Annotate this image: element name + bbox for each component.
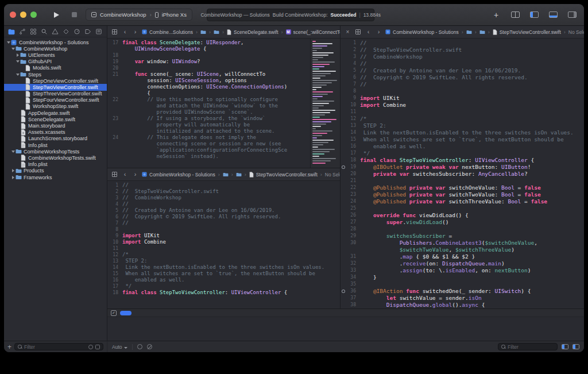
breadcrumb-item[interactable]: Combine...Solutions xyxy=(142,29,193,35)
forward-button[interactable]: › xyxy=(131,171,139,178)
clear-console-icon[interactable] xyxy=(147,344,152,349)
breadcrumb-item[interactable] xyxy=(466,30,472,34)
breadcrumb-item[interactable]: Mscene(_:willConnectTo:options:) xyxy=(286,29,340,35)
disclosure-triangle[interactable] xyxy=(11,48,15,50)
tree-item-main-storyboard[interactable]: Main.storyboard xyxy=(4,122,107,129)
breadcrumb-item[interactable]: CombineWorkshop - Solutions xyxy=(142,172,215,178)
close-button[interactable] xyxy=(10,11,16,18)
tree-item-combineworkshop[interactable]: CombineWorkshop xyxy=(4,45,107,52)
breadcrumb-item[interactable]: SceneDelegate.swift xyxy=(227,29,278,35)
code-line: 35 xyxy=(341,281,584,288)
symbol-navigator-icon[interactable] xyxy=(29,27,37,36)
tree-item-launchscreen-storyboard[interactable]: LaunchScreen.storyboard xyxy=(4,136,107,142)
disclosure-triangle[interactable] xyxy=(11,169,15,172)
find-navigator-icon[interactable] xyxy=(40,27,48,36)
tree-item-steponeviewcontroller-swift[interactable]: StepOneViewController.swift xyxy=(4,78,107,84)
minimize-button[interactable] xyxy=(20,11,26,18)
disclosure-triangle[interactable] xyxy=(16,53,20,57)
forward-button[interactable]: › xyxy=(375,28,382,36)
breadcrumb-item[interactable]: StepTwoViewController.swift xyxy=(249,172,318,178)
tree-item-scenedelegate-swift[interactable]: SceneDelegate.swift xyxy=(4,116,107,122)
breadcrumb-item[interactable] xyxy=(236,172,242,177)
variables-view-toggle[interactable] xyxy=(562,344,568,349)
stop-button[interactable] xyxy=(68,9,80,21)
source-control-navigator-icon[interactable] xyxy=(18,27,26,36)
tree-item-combineworkshop-solutions[interactable]: CombineWorkshop - Solutions xyxy=(4,39,107,45)
editor-layout-button[interactable] xyxy=(509,9,521,21)
breadcrumb-item[interactable]: No Selection xyxy=(325,172,340,178)
breadcrumb-item[interactable]: StepTwoViewController.swift xyxy=(493,29,561,35)
ib-connection-circle[interactable] xyxy=(342,290,345,293)
library-button[interactable]: + xyxy=(490,9,502,21)
tree-item-workshopstep-swift[interactable]: WorkshopStep.swift xyxy=(4,103,107,110)
disclosure-triangle[interactable] xyxy=(11,176,15,179)
related-items-button[interactable] xyxy=(354,28,362,36)
code-editor-steptwo-bottom[interactable]: 1//2// StepTwoViewController.swift3// Co… xyxy=(107,181,340,309)
debug-navigator-icon[interactable] xyxy=(72,27,81,36)
recents-filter-icon[interactable] xyxy=(88,345,93,349)
tree-item-assets-xcassets[interactable]: Assets.xcassets xyxy=(4,129,107,136)
breadcrumb-item[interactable]: No Selection xyxy=(568,29,584,35)
console-filter-input[interactable] xyxy=(508,344,554,350)
issues-navigator-icon[interactable] xyxy=(51,27,59,36)
navigator-filter-field[interactable] xyxy=(14,343,103,350)
tree-item-frameworks[interactable]: Frameworks xyxy=(4,174,107,180)
source-control-filter-icon[interactable] xyxy=(95,345,100,349)
destination-name[interactable]: iPhone Xs xyxy=(162,11,187,18)
console-view-toggle[interactable] xyxy=(572,344,579,349)
project-navigator-icon[interactable] xyxy=(7,27,16,36)
tree-item-combineworkshoptests-swift[interactable]: CombineWorkshopTests.swift xyxy=(4,155,107,161)
tree-item-combineworkshoptests[interactable]: CombineWorkshopTests xyxy=(4,148,107,155)
zoom-button[interactable] xyxy=(30,11,37,18)
breadcrumb-item[interactable] xyxy=(200,30,206,34)
debug-panel-toggle[interactable] xyxy=(547,9,559,21)
breakpoints-navigator-icon[interactable] xyxy=(83,27,92,36)
tree-item-products[interactable]: Products xyxy=(4,168,107,174)
tree-item-steptwoviewcontroller-swift[interactable]: StepTwoViewController.swift xyxy=(4,84,107,90)
back-button[interactable]: ‹ xyxy=(121,28,129,36)
disclosure-triangle[interactable] xyxy=(16,60,20,63)
related-items-button[interactable] xyxy=(111,28,118,36)
run-button[interactable] xyxy=(50,9,63,21)
tree-item-models-swift[interactable]: Models.swift xyxy=(4,65,107,71)
code-editor-scenedelegate[interactable]: 17final class SceneDelegate: UIResponder… xyxy=(107,38,310,168)
tests-navigator-icon[interactable] xyxy=(61,27,70,36)
scheme-selector[interactable]: CombineWorkshop › iPhone Xs xyxy=(86,9,192,21)
navigator-filter-input[interactable] xyxy=(24,344,86,350)
tree-item-appdelegate-swift[interactable]: AppDelegate.swift xyxy=(4,110,107,116)
ib-connection-circle[interactable] xyxy=(342,165,345,169)
close-editor-button[interactable]: × xyxy=(344,28,351,36)
tree-item-githubapi[interactable]: GithubAPI xyxy=(4,59,107,65)
tree-item-stepthreeviewcontroller-swift[interactable]: StepThreeViewController.swift xyxy=(4,91,107,97)
breadcrumb-item[interactable] xyxy=(479,30,485,34)
reports-navigator-icon[interactable] xyxy=(94,27,103,36)
back-button[interactable]: ‹ xyxy=(365,28,372,36)
minimap[interactable] xyxy=(310,38,340,168)
tree-item-info-plist[interactable]: Info.plist xyxy=(4,161,107,168)
disclosure-triangle[interactable] xyxy=(6,41,10,44)
breadcrumb-item[interactable]: CombineWorkshop - Solutions xyxy=(385,29,459,35)
debug-location-pill[interactable] xyxy=(120,311,131,315)
code-editor-steptwo-right[interactable]: 1//2// StepTwoViewController.swift3// Co… xyxy=(341,38,584,309)
scheme-name[interactable]: CombineWorkshop xyxy=(100,11,146,18)
add-file-button[interactable]: + xyxy=(7,344,11,350)
tree-item-steps[interactable]: Steps xyxy=(4,71,107,78)
tree-item-uielements[interactable]: UIElements xyxy=(4,52,107,58)
navigator-panel-toggle[interactable] xyxy=(528,9,540,21)
code-line: 15 When all switches are set to `true`, … xyxy=(341,136,584,143)
variables-scope-dropdown[interactable]: Auto xyxy=(112,344,127,350)
related-items-button[interactable] xyxy=(111,171,118,178)
inspector-panel-toggle[interactable] xyxy=(566,9,578,21)
tree-item-stepfourviewcontroller-swift[interactable]: StepFourViewController.swift xyxy=(4,97,107,103)
breadcrumb-item[interactable] xyxy=(223,172,229,177)
forward-button[interactable]: › xyxy=(131,28,139,36)
breakpoint-activation-icon[interactable]: ✓ xyxy=(111,310,117,316)
folder-icon xyxy=(20,52,26,57)
back-button[interactable]: ‹ xyxy=(121,171,129,178)
disclosure-triangle[interactable] xyxy=(16,74,20,76)
breadcrumb-item[interactable] xyxy=(214,30,219,34)
variables-filter-icon[interactable] xyxy=(137,344,142,349)
tree-item-info-plist[interactable]: Info.plist xyxy=(4,142,107,148)
console-filter-field[interactable] xyxy=(498,343,558,350)
disclosure-triangle[interactable] xyxy=(11,151,15,153)
